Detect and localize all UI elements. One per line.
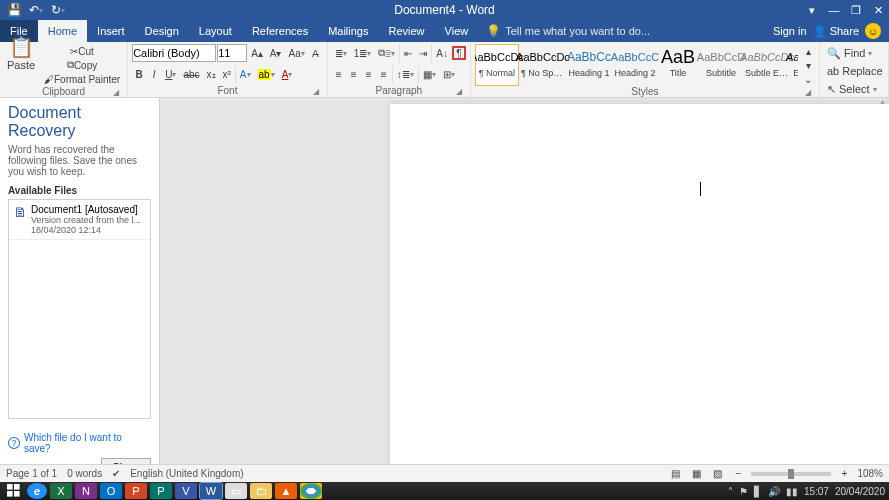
tray-wifi-icon[interactable]: ▮▮ <box>786 486 798 497</box>
style-item[interactable]: AaBbCcDcSubtle Em... <box>745 44 789 86</box>
qat-save[interactable]: 💾 <box>4 1 24 19</box>
taskbar-outlook[interactable]: O <box>100 483 122 499</box>
decrease-indent-button[interactable]: ⇤ <box>401 46 415 60</box>
tray-network-icon[interactable]: ▋ <box>754 486 762 497</box>
document-canvas[interactable]: ˄ <box>160 98 889 482</box>
tab-references[interactable]: References <box>242 20 318 42</box>
qat-undo[interactable]: ↶ <box>26 1 46 19</box>
styles-more[interactable]: ⌄ <box>801 72 815 86</box>
style-item[interactable]: AaBbCcDcEmphasis <box>791 44 798 86</box>
justify-button[interactable]: ≡ <box>377 67 391 81</box>
window-minimize[interactable]: — <box>823 0 845 20</box>
which-file-link[interactable]: ?Which file do I want to save? <box>8 432 151 454</box>
dialog-launcher-icon[interactable]: ◢ <box>111 87 121 97</box>
style-item[interactable]: AaBbCcDc¶ Normal <box>475 44 519 86</box>
align-center-button[interactable]: ≡ <box>347 67 361 81</box>
web-layout-icon[interactable]: ▧ <box>710 467 725 481</box>
subscript-button[interactable]: x₂ <box>204 67 219 81</box>
strikethrough-button[interactable]: abc <box>180 67 202 81</box>
window-close[interactable]: ✕ <box>867 0 889 20</box>
styles-scroll-up[interactable]: ▴ <box>801 44 815 58</box>
bullets-button[interactable]: ≣ <box>332 46 350 60</box>
print-layout-icon[interactable]: ▦ <box>689 467 704 481</box>
zoom-in-button[interactable]: + <box>837 467 851 481</box>
align-right-button[interactable]: ≡ <box>362 67 376 81</box>
style-item[interactable]: AaBbCcDSubtitle <box>699 44 743 86</box>
taskbar-publisher[interactable]: P <box>150 483 172 499</box>
qat-redo[interactable]: ↻ <box>48 1 68 19</box>
paste-button[interactable]: 📋 Paste <box>4 44 38 62</box>
tab-insert[interactable]: Insert <box>87 20 135 42</box>
highlight-button[interactable]: ab <box>255 67 278 81</box>
font-name-combo[interactable] <box>132 44 216 62</box>
recovery-file-item[interactable]: 🗎Document1 [Autosaved]Version created fr… <box>9 200 150 240</box>
taskbar-ie[interactable]: e <box>27 483 47 499</box>
borders-button[interactable]: ⊞ <box>440 67 458 81</box>
tab-layout[interactable]: Layout <box>189 20 242 42</box>
share-button[interactable]: 👤 Share <box>813 25 859 38</box>
tray-show-hidden-icon[interactable]: ˄ <box>728 486 733 497</box>
zoom-slider[interactable] <box>751 472 831 476</box>
cut-button[interactable]: ✂ Cut <box>41 44 123 58</box>
replace-button[interactable]: abReplace <box>824 62 884 80</box>
underline-button[interactable]: U <box>162 67 179 81</box>
signin-link[interactable]: Sign in <box>773 25 807 37</box>
page[interactable] <box>390 104 889 482</box>
tray-time[interactable]: 15:07 <box>804 486 829 497</box>
status-page[interactable]: Page 1 of 1 <box>6 468 57 479</box>
shrink-font-button[interactable]: A▾ <box>267 46 285 60</box>
superscript-button[interactable]: x² <box>220 67 234 81</box>
ribbon-display-options[interactable]: ▾ <box>801 0 823 20</box>
status-word-count[interactable]: 0 words <box>67 468 102 479</box>
taskbar-chrome[interactable] <box>300 483 322 499</box>
font-size-combo[interactable] <box>217 44 247 62</box>
grow-font-button[interactable]: A▴ <box>248 46 266 60</box>
zoom-level[interactable]: 108% <box>857 468 883 479</box>
taskbar-onenote[interactable]: N <box>75 483 97 499</box>
style-item[interactable]: AaBbCcHeading 1 <box>567 44 611 86</box>
window-maximize[interactable]: ❐ <box>845 0 867 20</box>
taskbar-visio[interactable]: V <box>175 483 197 499</box>
tab-review[interactable]: Review <box>379 20 435 42</box>
tray-date[interactable]: 20/04/2020 <box>835 486 885 497</box>
style-item[interactable]: AaBbCcDc¶ No Spac... <box>521 44 565 86</box>
sort-button[interactable]: A↓ <box>433 46 451 60</box>
dialog-launcher-icon[interactable]: ◢ <box>454 86 464 96</box>
taskbar-notepad[interactable]: ▭ <box>225 483 247 499</box>
spellcheck-icon[interactable]: ✔ <box>112 468 120 479</box>
tab-view[interactable]: View <box>435 20 479 42</box>
dialog-launcher-icon[interactable]: ◢ <box>311 86 321 96</box>
select-button[interactable]: ↖Select <box>824 80 884 98</box>
taskbar-powerpoint[interactable]: P <box>125 483 147 499</box>
styles-scroll-down[interactable]: ▾ <box>801 58 815 72</box>
tab-mailings[interactable]: Mailings <box>318 20 378 42</box>
taskbar-explorer[interactable]: 🗀 <box>250 483 272 499</box>
tell-me[interactable]: 💡 Tell me what you want to do... <box>478 20 658 42</box>
tab-home[interactable]: Home <box>38 20 87 42</box>
taskbar-word[interactable]: W <box>200 483 222 499</box>
increase-indent-button[interactable]: ⇥ <box>416 46 430 60</box>
style-item[interactable]: AaBbCcCHeading 2 <box>613 44 657 86</box>
taskbar-vlc[interactable]: ▲ <box>275 483 297 499</box>
multilevel-list-button[interactable]: ⧉≣ <box>375 46 398 60</box>
dialog-launcher-icon[interactable]: ◢ <box>803 87 813 97</box>
tray-flag-icon[interactable]: ⚑ <box>739 486 748 497</box>
text-effects-button[interactable]: A <box>237 67 254 81</box>
tray-volume-icon[interactable]: 🔊 <box>768 486 780 497</box>
find-button[interactable]: 🔍Find <box>824 44 884 62</box>
format-painter-button[interactable]: 🖌 Format Painter <box>41 72 123 86</box>
start-button[interactable] <box>4 483 24 499</box>
styles-gallery[interactable]: AaBbCcDc¶ NormalAaBbCcDc¶ No Spac...AaBb… <box>475 44 798 86</box>
status-language[interactable]: English (United Kingdom) <box>130 468 243 479</box>
available-files-list[interactable]: 🗎Document1 [Autosaved]Version created fr… <box>8 199 151 419</box>
change-case-button[interactable]: Aa <box>285 46 307 60</box>
clear-formatting-button[interactable]: A̶ <box>309 46 323 60</box>
numbering-button[interactable]: 1≣ <box>351 46 375 60</box>
feedback-icon[interactable]: ☺ <box>865 23 881 39</box>
italic-button[interactable]: I <box>147 67 161 81</box>
bold-button[interactable]: B <box>132 67 146 81</box>
shading-button[interactable]: ▦ <box>420 67 439 81</box>
tab-design[interactable]: Design <box>135 20 189 42</box>
align-left-button[interactable]: ≡ <box>332 67 346 81</box>
show-hide-pilcrow-button[interactable]: ¶ <box>452 46 466 60</box>
